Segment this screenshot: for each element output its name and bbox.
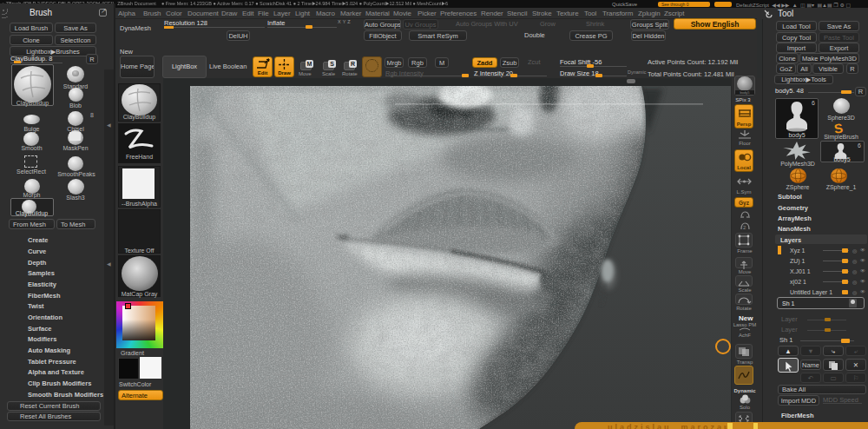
svg-text:2: 2: [743, 225, 746, 230]
